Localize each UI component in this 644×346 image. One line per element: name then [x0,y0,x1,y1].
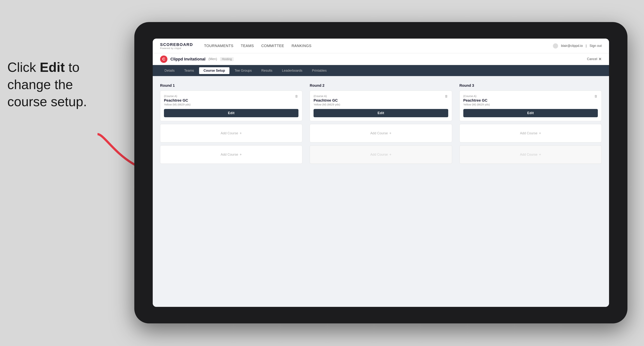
round-1-label: Round 1 [160,83,302,88]
tablet-screen: SCOREBOARD Powered by clippd TOURNAMENTS… [153,39,609,307]
round-2-course-info: Yellow (M) (6629 yds) [314,103,448,106]
round-3-column: Round 3 🗑 (Course A) Peachtree GC Yellow… [460,83,602,167]
round-1-delete-icon[interactable]: 🗑 [294,94,299,99]
tab-teams[interactable]: Teams [180,67,198,74]
round-2-course-card: 🗑 (Course A) Peachtree GC Yellow (M) (66… [310,91,452,121]
round-2-delete-icon[interactable]: 🗑 [444,94,449,99]
nav-link-tournaments[interactable]: TOURNAMENTS [204,44,234,48]
top-nav: SCOREBOARD Powered by clippd TOURNAMENTS… [153,39,609,53]
add-course-text-r2-2: Add Course [370,153,388,157]
tournament-name: Clippd Invitational [170,57,206,62]
round-2-edit-button[interactable]: Edit [314,109,448,117]
round-2-course-name: Peachtree GC [314,98,448,103]
instruction-text: Click Edit tochange thecourse setup. [7,59,87,110]
round-1-edit-button[interactable]: Edit [164,109,298,117]
main-content: Round 1 🗑 (Course A) Peachtree GC Yellow… [153,76,609,307]
round-2-add-course-2: Add Course + [310,145,452,164]
round-3-add-course-2: Add Course + [460,145,602,164]
round-2-column: Round 2 🗑 (Course A) Peachtree GC Yellow… [310,83,452,167]
tournament-logo: C [160,55,168,63]
add-course-plus-r1-1: + [240,131,242,135]
add-course-plus-r1-2: + [240,153,242,157]
round-1-column: Round 1 🗑 (Course A) Peachtree GC Yellow… [160,83,302,167]
tab-tee-groups[interactable]: Tee Groups [230,67,256,74]
add-course-text-r3-2: Add Course [520,153,538,157]
round-3-course-info: Yellow (M) (6629 yds) [463,103,598,106]
tab-printables[interactable]: Printables [308,67,331,74]
scoreboard-title: SCOREBOARD [160,42,193,47]
scoreboard-subtitle: Powered by clippd [160,47,193,50]
tab-details[interactable]: Details [160,67,179,74]
add-course-text-r2-1: Add Course [370,131,388,135]
tab-course-setup[interactable]: Course Setup [199,67,230,74]
nav-link-committee[interactable]: COMMITTEE [261,44,284,48]
round-1-add-course-2[interactable]: Add Course + [160,145,302,164]
add-course-text-r1-1: Add Course [220,131,238,135]
round-3-add-course-1[interactable]: Add Course + [460,124,602,142]
round-1-add-course-1[interactable]: Add Course + [160,124,302,142]
hosting-badge: Hosting [220,57,234,61]
round-1-course-name: Peachtree GC [164,98,298,103]
scene: Click Edit tochange thecourse setup. SCO… [0,0,644,346]
round-2-add-course-1[interactable]: Add Course + [310,124,452,142]
nav-left: SCOREBOARD Powered by clippd TOURNAMENTS… [160,42,312,50]
nav-links: TOURNAMENTS TEAMS COMMITTEE RANKINGS [204,44,312,48]
round-1-course-info: Yellow (M) (6629 yds) [164,103,298,106]
nav-right: blair@clippd.io | Sign out [553,43,602,48]
round-3-label: Round 3 [460,83,602,88]
round-2-label: Round 2 [310,83,452,88]
tab-bar: Details Teams Course Setup Tee Groups Re… [153,65,609,76]
user-email: blair@clippd.io [561,44,583,48]
round-3-course-name: Peachtree GC [463,98,598,103]
instruction-bold: Edit [40,60,65,75]
tournament-gender: (Men) [208,57,217,61]
round-3-delete-icon[interactable]: 🗑 [594,94,598,99]
round-1-course-tag: (Course A) [164,94,298,98]
user-avatar [553,43,558,48]
nav-separator: | [586,44,586,48]
sign-out-link[interactable]: Sign out [590,44,602,48]
rounds-grid: Round 1 🗑 (Course A) Peachtree GC Yellow… [160,83,602,167]
add-course-plus-r2-1: + [389,131,392,135]
add-course-text-r1-2: Add Course [220,153,238,157]
round-2-course-tag: (Course A) [314,94,448,98]
round-1-course-card: 🗑 (Course A) Peachtree GC Yellow (M) (66… [160,91,302,121]
nav-link-rankings[interactable]: RANKINGS [292,44,311,48]
add-course-plus-r3-2: + [539,153,541,157]
add-course-text-r3-1: Add Course [520,131,538,135]
round-3-edit-button[interactable]: Edit [463,109,598,117]
nav-link-teams[interactable]: TEAMS [241,44,254,48]
add-course-plus-r2-2: + [389,153,392,157]
scoreboard-logo: SCOREBOARD Powered by clippd [160,42,193,50]
tablet-device: SCOREBOARD Powered by clippd TOURNAMENTS… [134,22,628,323]
tournament-left: C Clippd Invitational (Men) Hosting [160,55,234,63]
tab-leaderboards[interactable]: Leaderboards [278,67,307,74]
cancel-x-icon: ✕ [598,57,602,62]
cancel-button[interactable]: Cancel ✕ [587,57,602,62]
round-3-course-tag: (Course A) [463,94,598,98]
add-course-plus-r3-1: + [539,131,541,135]
tab-results[interactable]: Results [257,67,277,74]
round-3-course-card: 🗑 (Course A) Peachtree GC Yellow (M) (66… [460,91,602,121]
tournament-header: C Clippd Invitational (Men) Hosting Canc… [153,53,609,65]
